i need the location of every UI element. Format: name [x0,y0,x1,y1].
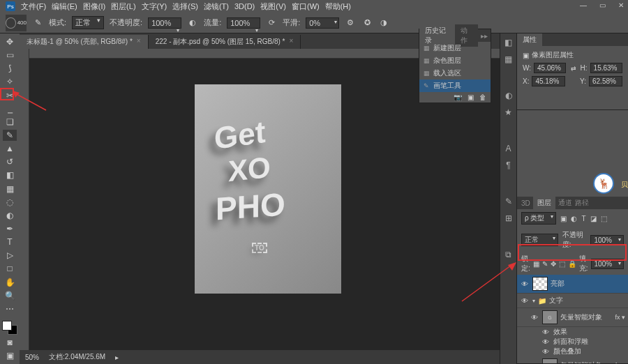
document-tab-1[interactable]: 未标题-1 @ 50% (亮部, RGB/8#) *× [20,35,149,49]
dodge-tool[interactable]: ◐ [3,210,17,221]
color-panel-icon[interactable]: ◧ [503,38,514,49]
menu-filter[interactable]: 滤镜(T) [204,1,229,12]
symmetry-icon[interactable]: ✪ [361,17,373,29]
layer-row[interactable]: 👁 X 矢量智能对象 fx ▾ [517,356,628,363]
collapse-icon[interactable]: ▸▸ [478,32,491,40]
adjustment-icon[interactable]: ◐ [503,91,514,102]
fx-item[interactable]: 斜面和浮雕 [553,337,588,347]
eraser-tool[interactable]: ◧ [3,169,17,181]
tab-3d[interactable]: 3D [521,199,530,207]
clone-icon[interactable]: ⧉ [503,250,514,261]
menu-image[interactable]: 图像(I) [83,1,105,12]
menu-file[interactable]: 文件(F) [21,1,46,12]
blur-tool[interactable]: ◌ [3,197,17,208]
layer-row[interactable]: 👁 G 矢量智能对象 fx ▾ [517,308,628,327]
w-input[interactable]: 45.06% [534,63,566,73]
lock-all-icon[interactable]: 🔒 [568,260,576,268]
layer-name[interactable]: 矢量智能对象 [560,361,612,363]
tab-channels[interactable]: 通道 [558,198,572,208]
close-button[interactable]: ✕ [618,1,624,9]
x-input[interactable]: 45.18% [532,76,565,86]
filter-type-icon[interactable]: T [581,215,585,222]
properties-tab[interactable]: 属性 [517,33,542,46]
minimize-button[interactable]: — [580,1,587,9]
brush-settings-icon[interactable]: ⊞ [503,213,514,225]
document-tab-2[interactable]: 222 - 副本.psd @ 50% (图层 15, RGB/8) *× [149,35,301,49]
kind-filter[interactable]: ρ 类型 [521,212,556,225]
flow-input[interactable]: 100% [227,17,260,29]
menu-type[interactable]: 文字(Y) [142,1,167,12]
y-input[interactable]: 62.58% [589,76,622,86]
crop-tool[interactable]: ✂ [3,90,17,101]
layer-opacity[interactable]: 100% [590,235,624,245]
history-row[interactable]: ▦载入选区 [419,67,491,79]
shape-tool[interactable]: □ [3,263,17,274]
opacity-input[interactable]: 100% [148,17,181,29]
brush-panel-icon-2[interactable]: ✎ [503,197,514,208]
snapshot-icon[interactable]: 📷 [454,93,462,101]
layer-row[interactable]: 👁 ▾ 📁 文字 [517,294,628,308]
layer-name[interactable]: 文字 [549,296,625,305]
visibility-icon[interactable]: 👁 [541,338,551,346]
link-icon[interactable]: ⇄ [569,65,577,72]
heal-tool[interactable]: ❏ [3,116,17,128]
airbrush-icon[interactable]: ⟳ [266,17,277,29]
h-input[interactable]: 15.63% [590,63,622,73]
maximize-button[interactable]: ▭ [599,1,606,9]
screenmode-tool[interactable]: ▣ [3,350,17,361]
gradient-tool[interactable]: ▦ [3,183,17,195]
fill-value[interactable]: 100% [591,259,625,269]
layer-thumb[interactable]: G [542,310,558,324]
lock-art-icon[interactable]: ⬚ [559,260,565,268]
fx-badge[interactable]: fx ▾ [615,314,625,321]
lock-trans-icon[interactable]: ▦ [533,260,539,268]
filter-smart-icon[interactable]: ⬚ [601,215,607,222]
menu-view[interactable]: 视图(V) [260,1,286,12]
quickmask-tool[interactable]: ◙ [3,337,17,348]
tab-layers[interactable]: 图层 [533,197,555,209]
wand-tool[interactable]: ✧ [3,76,17,87]
filter-adjust-icon[interactable]: ◐ [571,215,577,222]
blend-mode[interactable]: 正常 [521,234,558,246]
visibility-icon[interactable]: 👁 [520,280,530,288]
document-canvas[interactable]: Get XO PHO TO [195,84,341,294]
pressure-size-icon[interactable]: ◑ [378,17,389,29]
filter-pixel-icon[interactable]: ▣ [560,215,567,222]
lock-paint-icon[interactable]: ✎ [542,260,548,268]
zoom-value[interactable]: 50% [25,354,39,361]
hand-tool[interactable]: ✋ [3,277,17,288]
lock-pos-icon[interactable]: ✥ [551,260,556,268]
menu-window[interactable]: 窗口(W) [292,1,320,12]
expand-icon[interactable]: ▾ [532,298,535,304]
brush-preset-icon[interactable]: 400 [6,15,27,31]
edit-toolbar[interactable]: ⋯ [3,303,17,314]
menu-help[interactable]: 帮助(H) [325,1,351,12]
settings-icon[interactable]: ⚙ [345,17,356,29]
menu-edit[interactable]: 编辑(E) [52,1,77,12]
close-icon[interactable]: × [137,37,141,47]
path-tool[interactable]: ▷ [3,250,17,261]
smooth-input[interactable]: 0% [306,17,339,29]
para-icon[interactable]: ¶ [503,160,514,172]
layer-name[interactable]: 矢量智能对象 [560,312,612,322]
marquee-tool[interactable]: ▭ [3,50,17,61]
layer-thumb[interactable] [532,277,548,291]
layer-row[interactable]: 👁 亮部 [517,275,628,294]
stamp-tool[interactable]: ▲ [3,143,17,154]
fx-item[interactable]: 颜色叠加 [553,347,581,356]
zoom-tool[interactable]: 🔍 [3,290,17,301]
styles-icon[interactable]: ★ [503,107,514,119]
pen-tool[interactable]: ✒ [3,223,17,234]
visibility-icon[interactable]: 👁 [541,328,551,336]
history-row[interactable]: ✎画笔工具 [419,79,491,92]
visibility-icon[interactable]: 👁 [520,297,530,305]
fx-badge[interactable]: fx ▾ [615,362,625,363]
eyedropper-tool[interactable]: ⎯ [3,103,17,114]
tab-paths[interactable]: 路径 [575,198,589,208]
history-row[interactable]: ▦杂色图层 [419,54,491,67]
history-brush-tool[interactable]: ↺ [3,156,17,167]
move-tool[interactable]: ✥ [3,36,17,47]
visibility-icon[interactable]: 👁 [530,362,539,364]
visibility-icon[interactable]: 👁 [541,348,551,356]
swatches-panel-icon[interactable]: ▦ [503,54,514,66]
